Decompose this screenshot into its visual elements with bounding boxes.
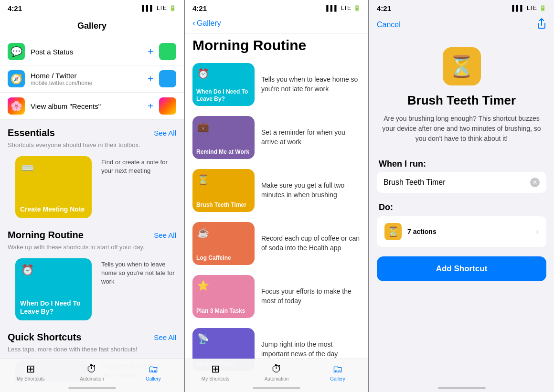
shortcut-item-0[interactable]: 💬 Post a Status + [0, 38, 184, 65]
leave-by-icon: ⏰ [21, 264, 34, 276]
gallery-list-item-0[interactable]: ⏰ When Do I Need To Leave By? Tells you … [185, 58, 368, 111]
tab-my-shortcuts-2[interactable]: ⊞ My Shortcuts [185, 363, 246, 381]
my-shortcuts-icon-2: ⊞ [211, 363, 220, 375]
list-card-3: ☕ Log Caffeine [192, 222, 255, 265]
morning-see-all[interactable]: See All [154, 231, 176, 239]
shortcut-plus-1[interactable]: + [148, 74, 153, 85]
tab-gallery-2[interactable]: 🗂 Gallery [307, 363, 368, 381]
quick-title: Quick Shortcuts [8, 332, 81, 343]
list-card-icon-1: 💼 [197, 121, 209, 132]
morning-routine-title: Morning Routine [185, 33, 368, 58]
tab-automation-2[interactable]: ⏱ Automation [246, 363, 307, 381]
gallery-label-2: Gallery [330, 376, 345, 381]
list-card-2: ⏳ Brush Teeth Timer [192, 169, 255, 212]
morning-title: Morning Routine [8, 230, 84, 241]
status-time-3: 4:21 [377, 4, 391, 12]
do-card[interactable]: ⏳ 7 actions › [377, 216, 546, 247]
gallery-icon-2: 🗂 [332, 363, 343, 375]
clear-input-button[interactable]: ✕ [530, 178, 540, 187]
automation-icon-1: ⏱ [86, 363, 97, 375]
phone2-scroll[interactable]: ⏰ When Do I Need To Leave By? Tells you … [185, 58, 368, 392]
shortcut-label-1: Home / Twitter [31, 72, 142, 80]
essentials-subtitle: Shortcuts everyone should have in their … [0, 140, 184, 152]
home-indicator-3 [438, 387, 486, 389]
shortcut-label-2: View album "Recents" [31, 102, 142, 110]
detail-input-row[interactable]: Brush Teeth Timer ✕ [377, 172, 546, 193]
home-indicator-1 [68, 387, 116, 389]
shortcut-plus-2[interactable]: + [148, 101, 153, 112]
detail-description: Are you brushing long enough? This short… [369, 114, 554, 153]
gallery-label-1: Gallery [146, 376, 161, 381]
detail-input-value: Brush Teeth Timer [384, 178, 446, 187]
automation-label-1: Automation [80, 376, 104, 381]
add-shortcut-button[interactable]: Add Shortcut [377, 256, 546, 281]
automation-icon-2: ⏱ [271, 363, 282, 375]
shortcut-icon-photos: 🌸 [8, 97, 25, 115]
quick-section-header: Quick Shortcuts See All [0, 324, 184, 345]
do-label: Do: [369, 201, 554, 216]
list-card-icon-0: ⏰ [197, 68, 209, 79]
phone1-scroll[interactable]: 💬 Post a Status + 🧭 Home / Twitter mobil… [0, 38, 184, 381]
lte-icon-3: LTE [527, 5, 537, 11]
quick-see-all[interactable]: See All [154, 333, 176, 341]
cancel-button[interactable]: Cancel [377, 21, 401, 29]
list-desc-0: Tells you when to leave home so you're n… [261, 75, 368, 94]
share-button[interactable] [537, 18, 546, 31]
when-i-run-label: When I run: [369, 153, 554, 172]
actions-count: 7 actions [407, 228, 531, 235]
list-card-icon-3: ☕ [197, 227, 209, 238]
leave-by-card[interactable]: ⏰ When Do I Need To Leave By? [15, 258, 92, 320]
shortcut-icon-twitter: 🧭 [8, 70, 25, 87]
status-icons-2: ▌▌▌ LTE 🔋 [326, 5, 361, 11]
shortcut-thumb-2 [159, 97, 176, 115]
status-bar-3: 4:21 ▌▌▌ LTE 🔋 [369, 0, 554, 15]
phone2-header: ‹ Gallery [185, 15, 368, 33]
leave-by-label: When Do I Need To Leave By? [20, 299, 87, 316]
phone3-scroll[interactable]: Cancel ⏳ Brush Teeth Timer Are you brush… [369, 15, 554, 392]
status-time-2: 4:21 [192, 4, 207, 12]
list-card-icon-4: ⭐ [197, 280, 209, 291]
status-bar-2: 4:21 ▌▌▌ LTE 🔋 [185, 0, 368, 15]
my-shortcuts-icon-1: ⊞ [26, 363, 35, 375]
home-indicator-2 [253, 387, 300, 389]
quick-subtitle: Less taps, more done with these fast sho… [0, 345, 184, 357]
battery-icon-1: 🔋 [169, 5, 176, 11]
list-desc-3: Record each cup of coffee or can of soda… [261, 234, 368, 253]
lte-icon-2: LTE [341, 5, 351, 11]
list-desc-2: Make sure you get a full two minutes in … [261, 181, 368, 200]
shortcut-icon-whatsapp: 💬 [8, 43, 25, 60]
my-shortcuts-label-1: My Shortcuts [17, 376, 44, 381]
create-meeting-icon: ⌨️ [21, 162, 34, 174]
shortcut-item-1[interactable]: 🧭 Home / Twitter mobile.twitter.com/home… [0, 65, 184, 93]
back-button-2[interactable]: ‹ Gallery [192, 18, 361, 28]
do-card-icon: ⏳ [384, 223, 402, 240]
signal-icon-3: ▌▌▌ [512, 5, 524, 11]
essentials-see-all[interactable]: See All [154, 129, 176, 137]
gallery-list-item-2[interactable]: ⏳ Brush Teeth Timer Make sure you get a … [185, 164, 368, 217]
tab-my-shortcuts-1[interactable]: ⊞ My Shortcuts [0, 363, 61, 381]
gallery-list-item-1[interactable]: 💼 Remind Me at Work Set a reminder for w… [185, 111, 368, 164]
do-card-text: 7 actions [407, 228, 531, 235]
list-card-label-3: Log Caffeine [196, 254, 251, 261]
lte-icon-1: LTE [157, 5, 167, 11]
list-card-0: ⏰ When Do I Need To Leave By? [192, 63, 255, 106]
phone3-header: Cancel [369, 15, 554, 36]
tab-gallery-1[interactable]: 🗂 Gallery [123, 363, 184, 381]
shortcut-item-2[interactable]: 🌸 View album "Recents" + [0, 93, 184, 120]
essentials-card-row: ⌨️ Create Meeting Note Find or create a … [0, 152, 184, 222]
shortcut-info-1: Home / Twitter mobile.twitter.com/home [31, 72, 142, 86]
shortcut-thumb-0 [159, 43, 176, 60]
essentials-header-row: Essentials See All [8, 127, 176, 138]
tab-automation-1[interactable]: ⏱ Automation [61, 363, 122, 381]
list-desc-5: Jump right into the most important news … [261, 340, 368, 359]
list-card-icon-2: ⏳ [197, 174, 209, 185]
gallery-list-item-3[interactable]: ☕ Log Caffeine Record each cup of coffee… [185, 217, 368, 270]
gallery-list-item-4[interactable]: ⭐ Plan 3 Main Tasks Focus your efforts t… [185, 270, 368, 323]
back-chevron-2: ‹ [192, 18, 195, 28]
morning-subtitle: Wake up with these shortcuts to start of… [0, 243, 184, 254]
shortcut-thumb-1 [159, 70, 176, 87]
shortcut-plus-0[interactable]: + [148, 46, 153, 57]
create-meeting-card[interactable]: ⌨️ Create Meeting Note [15, 156, 92, 218]
list-card-label-2: Brush Teeth Timer [196, 201, 251, 208]
shortcut-sub-1: mobile.twitter.com/home [31, 80, 142, 86]
